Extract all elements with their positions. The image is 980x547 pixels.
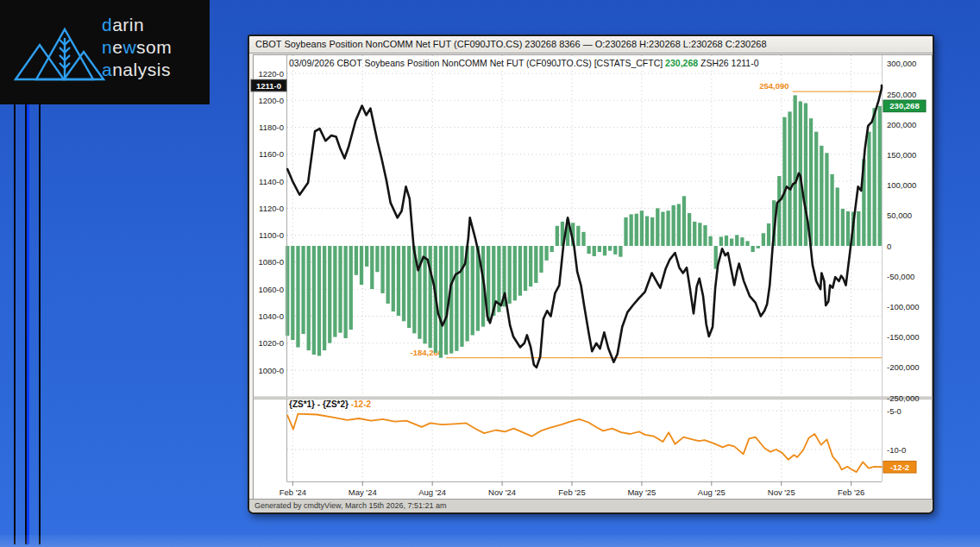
desktop-bottom-band (0, 535, 980, 547)
svg-text:1100-0: 1100-0 (259, 230, 284, 240)
chart-canvas[interactable]: 254,090-184,2661220-01200-01180-01160-01… (249, 36, 933, 512)
svg-text:250,000: 250,000 (887, 90, 916, 99)
logo-text: darin newsom analysis (102, 14, 172, 81)
chart-net-position-value: 230,268 (665, 58, 698, 68)
desktop: { "logo": { "lines": [ {"s0": "d", "s1":… (0, 0, 980, 547)
chart-header: 03/09/2026 CBOT Soybeans Position NonCOM… (289, 58, 759, 68)
svg-text:-10-0: -10-0 (887, 445, 906, 455)
svg-text:-150,000: -150,000 (887, 332, 920, 342)
svg-text:-5-0: -5-0 (887, 406, 901, 416)
svg-text:-100,000: -100,000 (887, 302, 920, 311)
chart-window: CBOT Soybeans Position NonCOMM Net FUT (… (248, 35, 934, 514)
svg-text:1040-0: 1040-0 (258, 311, 284, 321)
svg-text:Feb '24: Feb '24 (280, 487, 306, 497)
svg-text:1120-0: 1120-0 (259, 204, 284, 213)
svg-text:1180-0: 1180-0 (259, 123, 284, 132)
svg-text:-200,000: -200,000 (887, 362, 920, 372)
svg-text:300,000: 300,000 (887, 59, 916, 68)
svg-text:Feb '26: Feb '26 (838, 487, 864, 497)
svg-text:100,000: 100,000 (887, 180, 916, 190)
svg-text:-50,000: -50,000 (887, 272, 914, 281)
svg-text:Aug '24: Aug '24 (418, 487, 446, 497)
svg-text:1080-0: 1080-0 (258, 257, 284, 267)
spread-panel-label: {ZS*1} - {ZS*2} -12-2 (289, 399, 371, 409)
svg-text:1000-0: 1000-0 (258, 366, 284, 375)
chart-date: 03/09/2026 (289, 58, 335, 68)
svg-text:50,000: 50,000 (887, 211, 912, 220)
window-footer: Generated by cmdtyView, March 15th 2026,… (249, 499, 933, 512)
svg-text:1211-0: 1211-0 (256, 81, 281, 91)
dna-logo: darin newsom analysis (0, 0, 210, 104)
svg-text:Aug '25: Aug '25 (698, 487, 726, 497)
svg-text:May '25: May '25 (627, 487, 656, 497)
svg-text:1220-0: 1220-0 (258, 69, 284, 79)
logo-mountains-icon (10, 17, 107, 86)
svg-text:1020-0: 1020-0 (258, 338, 284, 348)
svg-text:0: 0 (887, 242, 891, 251)
svg-text:254,090: 254,090 (759, 81, 788, 91)
svg-text:-184,266: -184,266 (411, 348, 443, 357)
chart-title: CBOT Soybeans Position NonCOMM Net FUT (… (336, 58, 663, 68)
svg-text:200,000: 200,000 (887, 120, 916, 129)
background-window-edge (14, 104, 16, 544)
spread-value: -12-2 (351, 399, 371, 409)
svg-text:1060-0: 1060-0 (258, 285, 284, 294)
background-window-accent-edge (27, 104, 29, 544)
svg-text:-250,000: -250,000 (887, 393, 920, 403)
generated-by-text: Generated by cmdtyView, March 15th 2026,… (254, 501, 446, 510)
logo-line-3: analysis (102, 59, 172, 81)
logo-line-2: newsom (102, 36, 172, 59)
chart-price: 1211-0 (732, 58, 759, 68)
spread-formula: {ZS*1} - {ZS*2} (289, 399, 349, 409)
logo-line-1: darin (102, 14, 172, 36)
svg-text:1200-0: 1200-0 (258, 96, 284, 105)
svg-text:1140-0: 1140-0 (259, 177, 284, 186)
svg-text:May '24: May '24 (349, 487, 377, 497)
svg-text:230,268: 230,268 (889, 101, 919, 110)
svg-text:-12-2: -12-2 (890, 462, 909, 472)
svg-text:Feb '25: Feb '25 (558, 487, 585, 497)
svg-text:Nov '24: Nov '24 (488, 487, 516, 497)
svg-text:Nov '25: Nov '25 (768, 487, 795, 497)
svg-text:1160-0: 1160-0 (259, 149, 284, 159)
svg-text:150,000: 150,000 (887, 150, 916, 160)
background-window-edge (39, 104, 41, 544)
chart-symbol: ZSH26 (700, 58, 729, 68)
price-chart[interactable]: 254,090-184,2661220-01200-01180-01160-01… (249, 36, 933, 512)
